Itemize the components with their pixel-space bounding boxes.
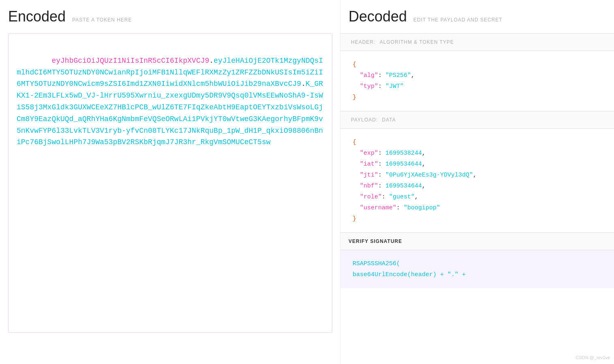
- payload-sublabel: DATA: [382, 117, 396, 123]
- decoded-title: Decoded: [349, 8, 407, 25]
- dot2: .: [301, 80, 306, 88]
- verify-line2: base64UrlEncode(header) + "." +: [353, 269, 602, 280]
- watermark: CSDN @_rev1ve: [575, 355, 610, 360]
- verify-content[interactable]: RSAPSSSHA256( base64UrlEncode(header) + …: [340, 250, 614, 288]
- dot1: .: [209, 57, 214, 65]
- payload-content[interactable]: { "exp": 1699538244, "iat": 1699534644, …: [340, 129, 614, 232]
- verify-label: VERIFY SIGNATURE: [340, 233, 614, 250]
- encoded-token: eyJhbGciOiJQUzI1NiIsInR5cCI6IkpXVCJ9.eyJ…: [17, 43, 324, 160]
- verify-line1: RSAPSSSHA256(: [353, 258, 602, 269]
- payload-section-label: PAYLOAD: DATA: [340, 111, 614, 129]
- token-part3: K_GRKX1-2Em3LFLx5wD_VJ-lHrrU595Xwrniu_zx…: [17, 80, 323, 146]
- payload-json: { "exp": 1699538244, "iat": 1699534644, …: [353, 137, 602, 224]
- token-part1: eyJhbGciOiJQUzI1NiIsInR5cCI6IkpXVCJ9: [51, 57, 209, 65]
- header-section-label: HEADER: ALGORITHM & TOKEN TYPE: [340, 34, 614, 51]
- verify-section: VERIFY SIGNATURE RSAPSSSHA256( base64Url…: [340, 232, 614, 288]
- encoded-header: Encoded PASTE A TOKEN HERE: [8, 8, 340, 25]
- decoded-subtitle: EDIT THE PAYLOAD AND SECRET: [413, 17, 503, 23]
- decoded-header: Decoded EDIT THE PAYLOAD AND SECRET: [340, 0, 614, 33]
- encoded-panel: Encoded PASTE A TOKEN HERE eyJhbGciOiJQU…: [0, 0, 340, 364]
- encoded-subtitle: PASTE A TOKEN HERE: [72, 17, 132, 23]
- encoded-box[interactable]: eyJhbGciOiJQUzI1NiIsInR5cCI6IkpXVCJ9.eyJ…: [8, 33, 332, 333]
- header-label: HEADER:: [351, 39, 375, 45]
- payload-label: PAYLOAD:: [351, 117, 378, 123]
- header-section: HEADER: ALGORITHM & TOKEN TYPE { "alg": …: [340, 33, 614, 111]
- encoded-title: Encoded: [8, 8, 66, 25]
- header-sublabel: ALGORITHM & TOKEN TYPE: [380, 39, 454, 45]
- payload-section: PAYLOAD: DATA { "exp": 1699538244, "iat"…: [340, 111, 614, 232]
- header-json: { "alg": "PS256", "typ": "JWT" }: [353, 59, 602, 103]
- header-content[interactable]: { "alg": "PS256", "typ": "JWT" }: [340, 51, 614, 111]
- decoded-panel: Decoded EDIT THE PAYLOAD AND SECRET HEAD…: [340, 0, 614, 364]
